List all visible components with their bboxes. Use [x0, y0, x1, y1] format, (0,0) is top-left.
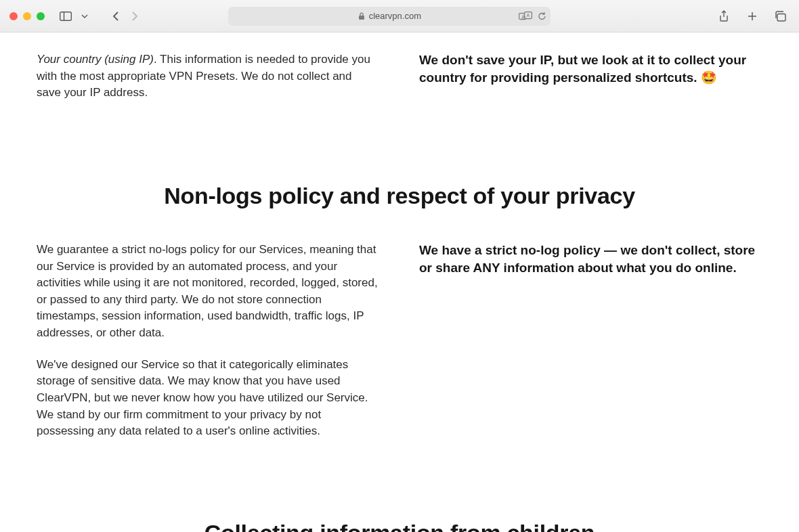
fullscreen-window-button[interactable] [37, 12, 45, 20]
svg-text:あ: あ [521, 14, 526, 19]
close-window-button[interactable] [9, 12, 18, 20]
translate-icon[interactable]: あ A [519, 12, 532, 21]
lock-icon [358, 12, 365, 20]
tabs-overview-button[interactable] [772, 8, 790, 24]
reload-button[interactable] [538, 12, 546, 21]
forward-button[interactable] [126, 8, 144, 24]
ip-left-text: Your country (using IP). This informatio… [37, 51, 379, 102]
children-heading: Collecting information from children [37, 520, 762, 532]
ip-italic-prefix: Your country (using IP) [37, 53, 154, 66]
browser-toolbar: clearvpn.com あ A [0, 0, 799, 32]
back-button[interactable] [107, 8, 125, 24]
new-tab-button[interactable] [743, 8, 761, 24]
minimize-window-button[interactable] [23, 12, 31, 20]
share-button[interactable] [715, 8, 733, 24]
address-bar[interactable]: clearvpn.com あ A [228, 7, 550, 26]
nologs-section: We guarantee a strict no-logs policy for… [37, 242, 762, 440]
svg-rect-9 [777, 14, 785, 21]
sidebar-toggle-button[interactable] [57, 8, 74, 24]
svg-rect-2 [359, 16, 364, 20]
nologs-heading: Non-logs policy and respect of your priv… [37, 183, 762, 209]
page-content: Your country (using IP). This informatio… [0, 32, 799, 532]
svg-text:A: A [527, 13, 530, 18]
ip-summary: We don't save your IP, but we look at it… [419, 51, 762, 102]
url-text: clearvpn.com [369, 11, 421, 21]
chevron-down-icon[interactable] [76, 8, 93, 24]
nologs-summary: We have a strict no-log policy — we don'… [419, 242, 762, 440]
svg-rect-0 [60, 12, 72, 20]
ip-section: Your country (using IP). This informatio… [37, 51, 762, 102]
nologs-p2: We've designed our Service so that it ca… [37, 357, 379, 440]
nologs-p1: We guarantee a strict no-logs policy for… [37, 242, 379, 342]
window-controls [9, 12, 45, 20]
